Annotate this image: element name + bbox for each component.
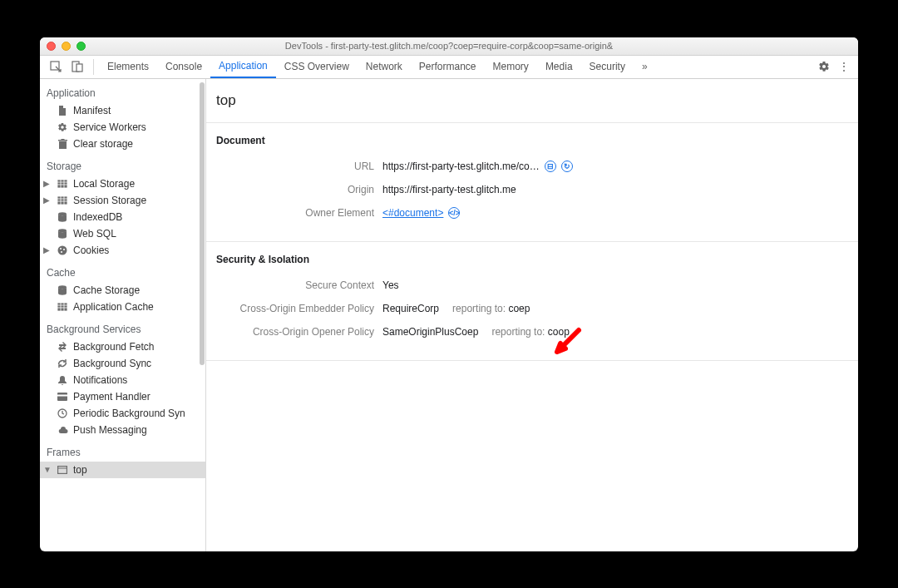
sidebar-item-label: Local Storage [73,178,135,190]
sidebar-item-label: Manifest [73,105,111,116]
sidebar-item-periodic-bg-sync[interactable]: Periodic Background Syn [40,405,205,422]
label-coop: Cross-Origin Opener Policy [216,326,382,338]
svg-point-7 [63,249,65,250]
svg-point-9 [58,285,67,289]
document-icon [57,106,68,116]
caret-right-icon[interactable]: ▶ [43,179,52,188]
tab-security[interactable]: Security [581,56,634,78]
trash-icon [57,139,68,149]
sidebar-item-bg-fetch[interactable]: Background Fetch [40,338,205,355]
label-coep-reporting: reporting to: [452,303,506,314]
label-origin: Origin [216,184,382,195]
group-application: Application [40,79,205,102]
value-coop: SameOriginPlusCoep [382,326,478,338]
bell-icon [57,375,68,385]
sidebar-item-bg-sync[interactable]: Background Sync [40,355,205,372]
transfer-icon [57,342,68,352]
sidebar-item-label: top [73,464,87,476]
section-document: Document URL https://first-party-test.gl… [206,123,858,242]
table-icon [57,303,68,311]
kebab-menu-icon[interactable]: ⋮ [838,61,850,72]
database-icon [57,229,68,239]
tab-elements[interactable]: Elements [99,56,157,78]
sidebar-item-label: Application Cache [73,301,154,313]
reveal-network-icon[interactable]: ↻ [561,161,573,172]
device-toolbar-icon[interactable] [67,56,88,78]
sidebar-item-label: Web SQL [73,228,116,240]
sidebar-item-service-workers[interactable]: Service Workers [40,119,205,136]
database-icon [57,285,68,295]
caret-right-icon[interactable]: ▶ [43,195,52,205]
clock-icon [57,408,68,418]
sidebar-item-label: Push Messaging [73,424,147,436]
tab-memory[interactable]: Memory [485,56,537,78]
sidebar-item-session-storage[interactable]: ▶ Session Storage [40,192,205,209]
gear-icon[interactable] [818,61,830,72]
sidebar-item-frame-top[interactable]: ▼ top [40,462,205,478]
section-heading: Security & Isolation [206,254,858,274]
svg-point-5 [58,245,67,254]
section-heading: Document [206,135,858,155]
tabs: Elements Console Application CSS Overvie… [99,56,656,78]
window-title: DevTools - first-party-test.glitch.me/co… [40,41,858,51]
group-storage: Storage [40,152,205,175]
value-secure-context: Yes [382,279,399,291]
label-owner-element: Owner Element [216,207,382,219]
caret-right-icon[interactable]: ▶ [43,245,52,254]
sidebar-item-cache-storage[interactable]: Cache Storage [40,282,205,299]
sidebar-item-label: Notifications [73,374,127,386]
sidebar-item-label: Background Sync [73,358,151,369]
group-frames: Frames [40,438,205,462]
database-icon [57,212,68,222]
more-tabs-icon[interactable]: » [634,56,656,78]
tab-css-overview[interactable]: CSS Overview [276,56,358,78]
sidebar-item-app-cache[interactable]: Application Cache [40,299,205,315]
card-icon [57,393,68,401]
sidebar-item-push-messaging[interactable]: Push Messaging [40,422,205,438]
svg-rect-13 [58,466,67,473]
sidebar-item-payment-handler[interactable]: Payment Handler [40,388,205,405]
sidebar-item-websql[interactable]: Web SQL [40,225,205,242]
titlebar: DevTools - first-party-test.glitch.me/co… [40,37,858,56]
sidebar-item-label: Session Storage [73,195,146,206]
caret-down-icon[interactable]: ▼ [43,465,52,474]
sidebar-scrollbar[interactable] [200,79,205,551]
frame-title: top [206,79,858,123]
sidebar-item-cookies[interactable]: ▶ Cookies [40,242,205,259]
blank [43,285,52,294]
annotation-arrow-icon [554,325,584,355]
tab-application[interactable]: Application [210,56,276,78]
label-coep: Cross-Origin Embedder Policy [216,303,382,314]
inspect-element-icon[interactable] [45,56,67,78]
value-owner-element[interactable]: <#document> [382,207,443,219]
sidebar-item-clear-storage[interactable]: Clear storage [40,136,205,152]
cookie-icon [57,245,68,255]
sidebar-item-local-storage[interactable]: ▶ Local Storage [40,175,205,192]
reveal-elements-icon[interactable]: </> [448,207,460,219]
tab-network[interactable]: Network [358,56,411,78]
table-icon [57,180,68,188]
window-icon [57,466,68,474]
group-bg-services: Background Services [40,315,205,338]
value-coep-reporting: coep [508,303,530,314]
svg-point-6 [60,248,62,250]
svg-point-4 [58,229,67,232]
sidebar-item-label: IndexedDB [73,211,122,223]
divider [93,59,94,75]
sidebar-item-notifications[interactable]: Notifications [40,372,205,388]
sidebar-item-label: Background Fetch [73,341,154,353]
svg-rect-11 [57,394,67,396]
content-pane: top Document URL https://first-party-tes… [206,79,858,551]
value-origin: https://first-party-test.glitch.me [382,184,516,195]
group-cache: Cache [40,259,205,282]
blank [43,302,52,311]
sidebar-item-manifest[interactable]: Manifest [40,102,205,119]
gear-icon [57,122,68,132]
label-coop-reporting: reporting to: [491,326,545,338]
cloud-icon [57,426,68,434]
tab-console[interactable]: Console [157,56,210,78]
tab-performance[interactable]: Performance [411,56,485,78]
tab-media[interactable]: Media [537,56,581,78]
reveal-sources-icon[interactable]: ⊟ [545,161,556,172]
sidebar-item-indexeddb[interactable]: IndexedDB [40,209,205,225]
